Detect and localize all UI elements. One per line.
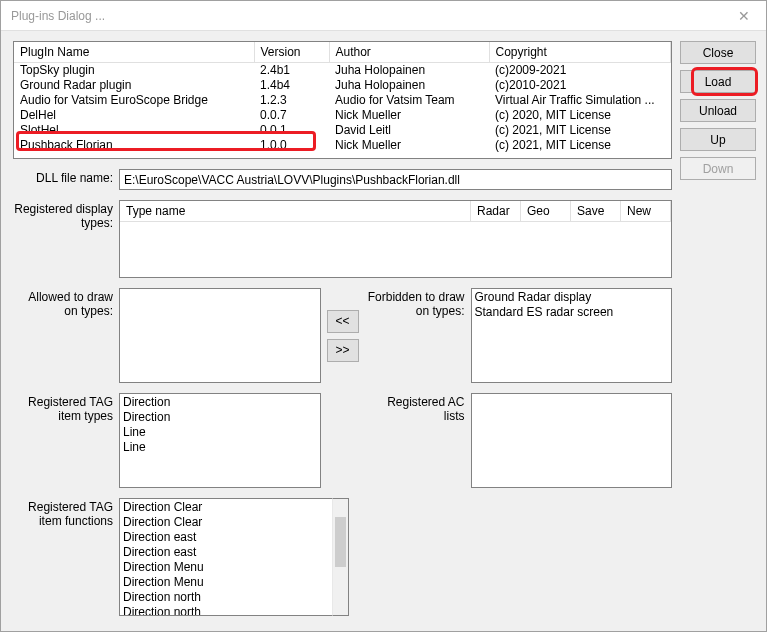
display-types-list[interactable]: Type name Radar Geo Save New (119, 200, 672, 278)
list-item[interactable]: Direction Clear (123, 500, 329, 515)
list-item[interactable]: Standard ES radar screen (475, 305, 669, 320)
dll-file-input[interactable] (119, 169, 672, 190)
table-row[interactable]: Ground Radar plugin1.4b4Juha Holopainen(… (14, 78, 671, 93)
move-right-button[interactable]: >> (327, 339, 359, 362)
move-left-button[interactable]: << (327, 310, 359, 333)
list-item[interactable]: Direction east (123, 545, 329, 560)
col-save[interactable]: Save (571, 201, 621, 221)
window-title: Plug-ins Dialog ... (11, 9, 721, 23)
ac-lists-list[interactable] (471, 393, 673, 488)
down-button[interactable]: Down (680, 157, 756, 180)
col-new[interactable]: New (621, 201, 671, 221)
titlebar: Plug-ins Dialog ... ✕ (1, 1, 766, 31)
reg-tag-func-label: Registered TAG item functions (13, 498, 113, 528)
list-item[interactable]: Direction (123, 410, 317, 425)
col-typename[interactable]: Type name (120, 201, 471, 221)
plugin-table[interactable]: PlugIn Name Version Author Copyright Top… (13, 41, 672, 159)
col-geo[interactable]: Geo (521, 201, 571, 221)
load-button[interactable]: Load (680, 70, 756, 93)
up-button[interactable]: Up (680, 128, 756, 151)
list-item[interactable]: Direction Menu (123, 560, 329, 575)
col-author[interactable]: Author (329, 42, 489, 63)
col-radar[interactable]: Radar (471, 201, 521, 221)
list-item[interactable]: Direction Clear (123, 515, 329, 530)
table-row[interactable]: TopSky plugin2.4b1Juha Holopainen(c)2009… (14, 63, 671, 79)
list-item[interactable]: Direction north (123, 605, 329, 616)
table-header-row: PlugIn Name Version Author Copyright (14, 42, 671, 63)
list-item[interactable]: Ground Radar display (475, 290, 669, 305)
close-icon[interactable]: ✕ (721, 1, 766, 31)
list-item[interactable]: Line (123, 425, 317, 440)
list-item[interactable]: Direction (123, 395, 317, 410)
list-item[interactable]: Direction east (123, 530, 329, 545)
scrollbar[interactable] (332, 498, 349, 616)
reg-tag-item-label: Registered TAG item types (13, 393, 113, 488)
table-row[interactable]: SlotHel0.0.1David Leitl(c) 2021, MIT Lic… (14, 123, 671, 138)
tag-item-functions-list[interactable]: Direction ClearDirection ClearDirection … (119, 498, 332, 616)
table-row[interactable]: DelHel0.0.7Nick Mueller(c) 2020, MIT Lic… (14, 108, 671, 123)
list-item[interactable]: Line (123, 440, 317, 455)
scrollbar-thumb[interactable] (335, 517, 346, 567)
close-button[interactable]: Close (680, 41, 756, 64)
forbidden-draw-list[interactable]: Ground Radar displayStandard ES radar sc… (471, 288, 673, 383)
reg-display-label: Registered display types: (13, 200, 113, 278)
list-item[interactable]: Direction north (123, 590, 329, 605)
col-copyright[interactable]: Copyright (489, 42, 671, 63)
reg-ac-lists-label: Registered AC lists (365, 393, 465, 488)
table-row[interactable]: Pushback Florian1.0.0Nick Mueller(c) 202… (14, 138, 671, 153)
forbidden-draw-label: Forbidden to draw on types: (365, 288, 465, 383)
col-version[interactable]: Version (254, 42, 329, 63)
table-row[interactable]: Audio for Vatsim EuroScope Bridge1.2.3Au… (14, 93, 671, 108)
allowed-draw-label: Allowed to draw on types: (13, 288, 113, 383)
unload-button[interactable]: Unload (680, 99, 756, 122)
list-item[interactable]: Direction Menu (123, 575, 329, 590)
col-name[interactable]: PlugIn Name (14, 42, 254, 63)
dll-file-label: DLL file name: (13, 169, 113, 190)
tag-item-types-list[interactable]: DirectionDirectionLineLine (119, 393, 321, 488)
allowed-draw-list[interactable] (119, 288, 321, 383)
